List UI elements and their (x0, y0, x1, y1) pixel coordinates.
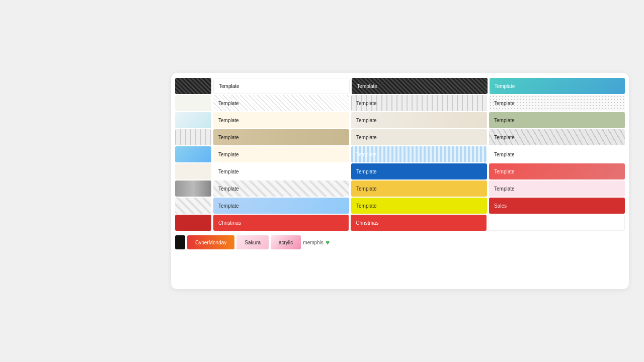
template-row[interactable]: TemplateTemplateSales (175, 198, 625, 214)
template-cell[interactable] (175, 198, 211, 214)
tag-label: CyberMonday (192, 240, 229, 245)
template-row[interactable]: TemplateTemplateTemplate (175, 129, 625, 145)
template-label: Template (491, 169, 518, 174)
template-label: Template (353, 186, 380, 192)
template-cell[interactable] (175, 163, 211, 179)
template-cell[interactable]: Template (490, 78, 625, 94)
template-label: Template (492, 83, 518, 89)
template-cell[interactable]: Template (351, 129, 487, 145)
bottom-tag[interactable]: Sakura (236, 235, 269, 249)
template-label: Template (491, 118, 518, 123)
template-cell[interactable]: Template (213, 112, 349, 128)
template-cell[interactable]: Christmas (213, 215, 349, 231)
template-label: Christmas (215, 220, 244, 226)
template-cell[interactable]: Template (351, 163, 487, 179)
template-cell[interactable]: Template (489, 95, 625, 111)
template-cell[interactable]: Template (489, 112, 625, 128)
template-label: Template (491, 186, 518, 192)
heart-icon: ♥ (326, 238, 330, 246)
template-cell[interactable]: Christmas (351, 215, 486, 231)
template-row[interactable]: TemplateTemplateTemplate (175, 78, 625, 94)
template-grid: TemplateTemplateTemplateTemplateTemplate… (175, 78, 625, 231)
template-cell[interactable]: Template (489, 163, 625, 179)
tag-label: memphis (303, 240, 324, 245)
bottom-tag[interactable]: CyberMonday (187, 235, 234, 249)
template-cell[interactable] (175, 180, 211, 197)
template-label: Template (215, 101, 242, 106)
template-cell[interactable] (175, 129, 211, 145)
tag-label: acrylic (276, 240, 296, 245)
template-cell[interactable]: Template (351, 198, 487, 214)
template-cell[interactable]: Template (213, 129, 349, 145)
main-heading (23, 170, 171, 192)
template-label: Template (215, 186, 242, 192)
template-cell[interactable] (175, 146, 211, 162)
template-panel: TemplateTemplateTemplateTemplateTemplate… (171, 73, 629, 289)
template-cell[interactable] (175, 78, 211, 94)
bottom-tag[interactable] (175, 235, 185, 249)
template-cell[interactable]: Template (213, 163, 349, 179)
template-label: Template (353, 203, 380, 209)
template-label: Template (353, 152, 380, 157)
template-cell[interactable] (489, 215, 625, 231)
bottom-tag[interactable]: acrylic (271, 235, 301, 249)
template-cell[interactable]: Template (352, 78, 487, 94)
memphis-tag[interactable]: memphis♥ (303, 235, 330, 249)
template-label: Template (353, 135, 380, 140)
template-label: Template (216, 83, 243, 89)
bottom-bar[interactable]: CyberMondaySakuraacrylicmemphis♥ (175, 233, 625, 250)
template-label: Template (215, 203, 242, 209)
template-cell[interactable]: Template (351, 112, 487, 128)
template-cell[interactable]: Template (351, 95, 487, 111)
template-label: Template (491, 135, 518, 140)
template-label: Template (353, 101, 380, 106)
template-label: Template (353, 118, 380, 123)
template-cell[interactable]: Template (489, 146, 625, 162)
heading-section (0, 170, 171, 192)
template-cell[interactable]: Template (213, 78, 350, 94)
template-label: Template (491, 101, 518, 106)
template-cell[interactable]: Template (351, 146, 487, 162)
template-label: Template (354, 83, 380, 89)
template-cell[interactable]: Sales (489, 198, 625, 214)
template-cell[interactable]: Template (213, 95, 349, 111)
template-row[interactable]: ChristmasChristmas (175, 215, 625, 231)
template-label: Template (215, 135, 242, 140)
template-label: Template (215, 169, 242, 174)
template-label: Template (491, 152, 518, 157)
template-row[interactable]: TemplateTemplateTemplate (175, 163, 625, 179)
template-row[interactable]: TemplateTemplateTemplate (175, 95, 625, 111)
template-cell[interactable]: Template (213, 180, 349, 197)
template-cell[interactable] (175, 112, 211, 128)
template-label: Christmas (353, 220, 381, 226)
template-cell[interactable] (175, 95, 211, 111)
template-row[interactable]: TemplateTemplateTemplate (175, 180, 625, 197)
template-cell[interactable] (175, 215, 211, 231)
template-cell[interactable]: Template (213, 198, 349, 214)
template-cell[interactable]: Template (351, 180, 487, 197)
template-label: Template (353, 169, 380, 174)
template-label: Template (215, 118, 242, 123)
template-label: Sales (491, 203, 510, 209)
template-row[interactable]: TemplateTemplateTemplate (175, 146, 625, 162)
tag-label: Sakura (242, 240, 264, 245)
template-label: Template (215, 152, 242, 157)
template-cell[interactable]: Template (489, 129, 625, 145)
template-cell[interactable]: Template (213, 146, 349, 162)
template-row[interactable]: TemplateTemplateTemplate (175, 112, 625, 128)
template-cell[interactable]: Template (489, 180, 625, 197)
